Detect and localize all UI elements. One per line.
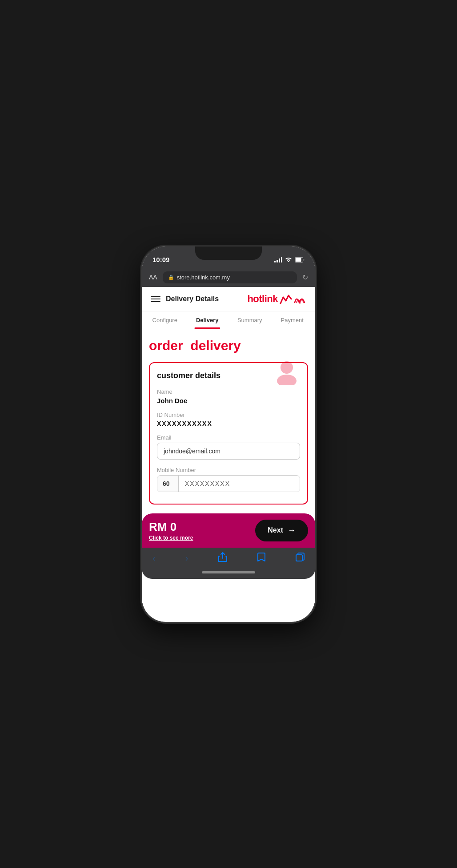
price-amount: RM 0 [149, 520, 193, 534]
home-bar [202, 571, 255, 573]
share-icon[interactable] [218, 552, 227, 564]
next-button[interactable]: Next → [255, 520, 308, 541]
page-title-black: order [149, 338, 183, 353]
wifi-icon [285, 256, 292, 263]
app-content: Delivery Details hotlink [142, 287, 315, 548]
signal-bar-2 [277, 260, 278, 262]
hamburger-line-3 [151, 301, 160, 302]
svg-rect-4 [296, 555, 302, 561]
tabs-icon[interactable] [296, 553, 305, 564]
svg-rect-1 [296, 258, 301, 262]
email-input[interactable] [157, 443, 300, 460]
mobile-number-input[interactable] [179, 476, 300, 492]
tab-configure[interactable]: Configure [144, 311, 186, 329]
hotlink-logo-text: hotlink [247, 293, 278, 305]
back-icon[interactable]: ‹ [152, 553, 156, 563]
price-more-text[interactable]: Click to see more [149, 535, 193, 541]
app-header: Delivery Details hotlink [142, 287, 315, 311]
browser-aa-label[interactable]: AA [149, 274, 157, 281]
svg-point-3 [277, 375, 297, 385]
customer-avatar-icon [273, 359, 300, 385]
battery-icon [295, 257, 305, 262]
next-label: Next [268, 526, 283, 534]
signal-bar-1 [274, 261, 276, 262]
page-title-red: delivery [190, 338, 241, 353]
id-value: XXXXXXXXXXX [157, 420, 300, 427]
status-icons [274, 256, 305, 263]
hamburger-menu[interactable] [151, 296, 160, 302]
price-section[interactable]: RM 0 Click to see more [149, 520, 193, 541]
header-title: Delivery Details [166, 295, 219, 303]
id-label: ID Number [157, 412, 300, 418]
tab-delivery[interactable]: Delivery [186, 311, 229, 329]
header-left: Delivery Details [151, 295, 219, 303]
status-time: 10:09 [152, 256, 169, 263]
signal-bar-3 [279, 258, 280, 262]
hotlink-signal-icon [280, 294, 306, 304]
svg-point-2 [281, 361, 293, 374]
bottom-bar: RM 0 Click to see more Next → [142, 513, 315, 548]
safari-bottom-bar: ‹ › [142, 548, 315, 569]
phone-frame: 10:09 [142, 246, 315, 622]
mobile-label: Mobile Number [157, 467, 300, 473]
drag-handle [220, 510, 237, 512]
phone-screen: 10:09 [142, 246, 315, 622]
next-arrow-icon: → [288, 526, 296, 535]
name-value: John Doe [157, 397, 300, 404]
signal-bars-icon [274, 257, 282, 262]
nav-tabs: Configure Delivery Summary Payment [142, 311, 315, 329]
tab-summary[interactable]: Summary [228, 311, 271, 329]
customer-details-card: customer details Name John Doe ID Number… [149, 362, 308, 505]
signal-bar-4 [281, 257, 282, 262]
browser-bar: AA 🔒 store.hotlink.com.my ↻ [142, 268, 315, 287]
hamburger-line-2 [151, 299, 160, 299]
hamburger-line-1 [151, 296, 160, 297]
tab-payment[interactable]: Payment [271, 311, 314, 329]
hotlink-logo: hotlink [247, 293, 306, 305]
refresh-icon[interactable]: ↻ [302, 273, 308, 282]
name-label: Name [157, 388, 300, 395]
mobile-input-wrapper: 60 [157, 475, 300, 492]
browser-url-text: store.hotlink.com.my [177, 274, 230, 281]
email-label: Email [157, 434, 300, 441]
mobile-prefix: 60 [157, 476, 179, 492]
home-indicator [142, 569, 315, 579]
bookmarks-icon[interactable] [257, 552, 266, 564]
phone-notch [195, 246, 262, 260]
browser-url-bar[interactable]: 🔒 store.hotlink.com.my [163, 271, 297, 283]
forward-icon[interactable]: › [185, 553, 188, 563]
page-title: order delivery [149, 338, 308, 353]
lock-icon: 🔒 [168, 275, 174, 280]
page-content: order delivery customer details Name [142, 329, 315, 513]
